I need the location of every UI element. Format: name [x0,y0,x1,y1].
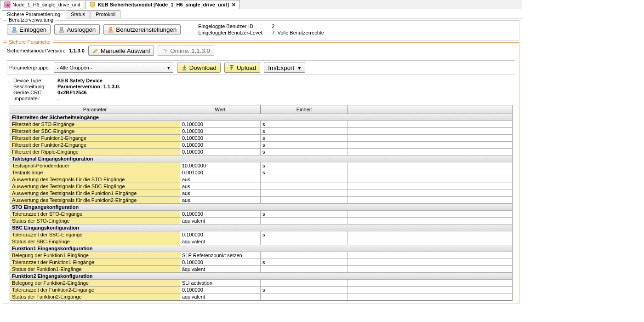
subtab-status[interactable]: Status [66,10,90,18]
table-group-row[interactable]: SBC Eingangskonfiguration [10,224,512,231]
table-row[interactable]: Belegung der Funktion2-EingängeSLI activ… [10,280,512,287]
tab-node[interactable]: H6 Node_1_H6_single_drive_unit [0,0,84,9]
device-import-label: Importdatei: [13,96,55,101]
subtab-protokoll[interactable]: Protokoll [91,10,120,18]
online-button[interactable]: Online: 1.1.3.0 [158,46,214,56]
svg-point-4 [109,27,112,30]
table-row[interactable]: Filterzeit der SBC-Eingänge0.100000s [10,128,512,135]
cell-wert[interactable]: äquivalent [180,293,261,300]
cell-parameter: Belegung der Funktion1-Eingänge [10,252,180,259]
cell-einheit: s [261,169,348,176]
device-crc-label: Geräte-CRC: [13,90,55,95]
cell-parameter: Toleranzzeit der Funktion1-Eingänge [10,259,180,265]
sub-tabs: Sichere Parametrierung Status Protokoll [0,9,522,18]
close-icon[interactable]: ✕ [232,2,236,8]
upload-icon [228,64,235,71]
table-row[interactable]: Belegung der Funktion1-EingängeSLP Refer… [10,252,512,259]
cell-wert[interactable]: SLP Referenzpunkt setzen [180,252,261,259]
cell-wert[interactable]: 0.100000 [180,142,261,148]
cell-einheit: s [261,142,348,148]
table-row[interactable]: Toleranzzeit der Funktion1-Eingänge0.100… [10,259,512,266]
cell-einheit [261,252,348,259]
table-row[interactable]: Filterzeit der Funktion2-Eingänge0.10000… [10,142,512,149]
cell-wert[interactable]: 0.100000 [180,135,261,141]
cell-wert[interactable]: aus [180,197,261,203]
cell-parameter: Status der Funktion1-Eingänge [10,266,180,272]
table-row[interactable]: Toleranzzeit der Funktion2-Eingänge0.100… [10,287,512,293]
cell-wert[interactable]: 0.100000 [180,231,261,238]
cell-parameter: Auswertung des Testsignals für die Funkt… [10,197,180,203]
tab-node-label: Node_1_H6_single_drive_unit [12,2,80,7]
login-button[interactable]: Einloggen [7,24,51,34]
safe-parameters-section: Sichere Parameter Sicherheitsmodul Versi… [3,42,519,304]
cell-wert[interactable]: 0.100000 [180,287,261,293]
cell-wert[interactable]: 10.000000 [180,162,261,169]
table-row[interactable]: Testsignal-Periodendauer10.000000s [10,162,512,169]
user-level-label: Eingeloggter Benutzer-Level: [198,30,267,35]
svg-rect-5 [182,69,186,70]
imexport-button[interactable]: Im/Export ▾ [264,63,305,73]
table-group-row[interactable]: STO Eingangskonfiguration [10,204,512,211]
table-row[interactable]: Filterzeit der Funktion1-Eingänge0.10000… [10,135,512,142]
col-header-parameter[interactable]: Parameter [10,105,180,114]
table-group-row[interactable]: Funktion1 Eingangskonfiguration [10,245,512,252]
tab-safety[interactable]: KEB Sicherheitsmodul [Node_1_H6_single_d… [85,0,239,9]
table-row[interactable]: Status der SBC-Eingängeäquivalent [10,238,512,245]
table-row[interactable]: Auswertung des Testsignals für die Funkt… [10,190,512,197]
col-header-einheit[interactable]: Einheit [261,105,348,114]
svg-point-2 [13,27,16,30]
download-button[interactable]: Download [177,63,221,73]
cell-wert[interactable]: 0.001000 [180,169,261,176]
table-row[interactable]: Testpulslänge0.001000s [10,169,512,176]
cell-einheit: s [261,149,348,155]
table-row[interactable]: Status der Funktion2-Eingängeäquivalent [10,293,512,300]
table-row[interactable]: Toleranzzeit der STO-Eingänge0.100000s [10,211,512,218]
logout-button[interactable]: Ausloggen [54,24,100,34]
cell-wert[interactable]: 0.100000 [180,259,261,265]
safe-params-title: Sichere Parameter [7,39,53,45]
cell-parameter: Filterzeit der Funktion2-Eingänge [10,142,180,148]
cell-wert[interactable]: 0.100000 [180,149,261,155]
cell-parameter: Auswertung des Testsignals für die STO-E… [10,176,180,183]
table-row[interactable]: Filterzeit der STO-Eingänge0.100000s [10,121,512,128]
cell-wert[interactable]: aus [180,190,261,196]
cell-parameter: Filterzeit der SBC-Eingänge [10,128,180,134]
table-group-row[interactable]: Taktsignal Eingangskonfiguration [10,155,512,162]
user-id-value: 2 [272,23,324,29]
cell-wert[interactable]: aus [180,183,261,190]
table-body[interactable]: Filterzeiten der SicherheitseingängeFilt… [10,114,512,300]
cell-parameter: Status der Funktion2-Eingänge [10,293,180,300]
cell-wert[interactable]: 0.100000 [180,211,261,217]
cell-einheit [261,266,348,272]
cell-wert[interactable]: äquivalent [180,238,261,245]
table-group-row[interactable]: Filterzeiten der Sicherheitseingänge [10,114,512,121]
paramgroup-dropdown[interactable]: - Alle Gruppen - ▾ [54,63,173,73]
cell-wert[interactable]: aus [180,176,261,183]
cell-wert[interactable]: äquivalent [180,266,261,272]
table-group-row[interactable]: Funktion2 Eingangskonfiguration [10,273,512,280]
cell-einheit: s [261,231,348,238]
svg-point-3 [60,27,63,30]
cell-parameter: Toleranzzeit der Funktion2-Eingänge [10,287,180,293]
table-row[interactable]: Status der STO-Eingängeäquivalent [10,218,512,224]
table-row[interactable]: Filterzeit der Ripple-Eingänge0.100000s [10,149,512,155]
upload-button[interactable]: Upload [224,63,260,73]
cell-wert[interactable]: äquivalent [180,218,261,224]
table-row[interactable]: Status der Funktion1-Eingängeäquivalent [10,266,512,273]
device-info: Device Type: KEB Safety Device Beschreib… [13,78,515,101]
user-settings-button[interactable]: Benutzereinstellungen [103,24,181,34]
table-row[interactable]: Auswertung des Testsignals für die STO-E… [10,176,512,183]
col-header-wert[interactable]: Wert [180,105,261,114]
cell-wert[interactable]: 0.100000 [180,128,261,134]
cell-einheit: s [261,128,348,134]
user-gear-icon [108,26,114,33]
svg-text:H6: H6 [6,3,11,7]
table-row[interactable]: Toleranzzeit der SBC-Eingänge0.100000s [10,231,512,238]
table-row[interactable]: Auswertung des Testsignals für die Funkt… [10,197,512,204]
manual-select-button[interactable]: Manuelle Auswahl [88,46,154,56]
table-row[interactable]: Auswertung des Testsignals für die SBC-E… [10,183,512,190]
cell-parameter: Status der SBC-Eingänge [10,238,180,245]
download-icon [181,64,188,71]
cell-wert[interactable]: SLI activation [180,280,261,286]
cell-wert[interactable]: 0.100000 [180,121,261,127]
